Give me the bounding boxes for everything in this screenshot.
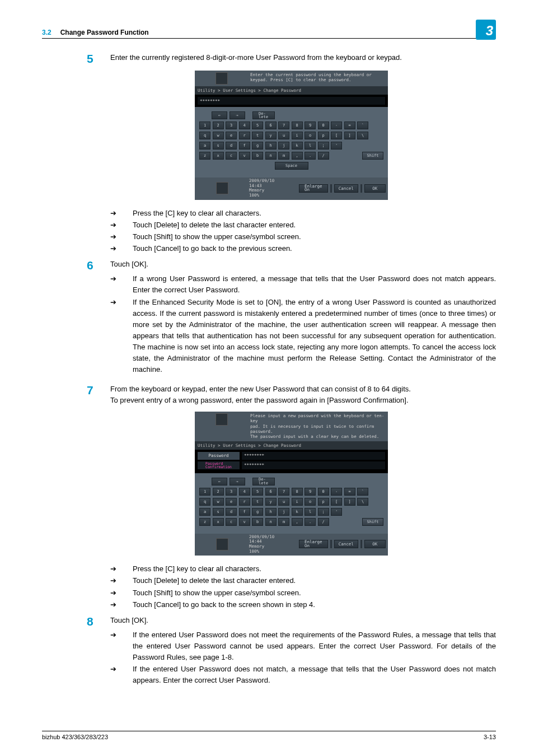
key-t[interactable]: t (252, 498, 263, 506)
key-w[interactable]: w (213, 132, 224, 139)
key-g[interactable]: g (252, 142, 263, 150)
key-[[interactable]: [ (331, 498, 342, 506)
key-6[interactable]: 6 (265, 488, 277, 496)
arrow-left-button[interactable]: ← (212, 478, 227, 486)
ok-button[interactable]: OK (364, 184, 386, 193)
key-/[interactable]: / (318, 152, 329, 160)
key--[interactable]: - (331, 122, 342, 129)
key-r[interactable]: r (239, 498, 250, 506)
key--[interactable]: - (331, 488, 342, 496)
arrow-right-button[interactable]: → (229, 478, 245, 486)
key-2[interactable]: 2 (213, 488, 224, 496)
delete-button[interactable]: De- lete (252, 111, 275, 119)
arrow-right-button[interactable]: → (229, 111, 245, 119)
key-1[interactable]: 1 (199, 488, 210, 496)
key-8[interactable]: 8 (292, 122, 303, 129)
key-z[interactable]: z (199, 152, 210, 160)
key-j[interactable]: j (278, 142, 289, 150)
key-3[interactable]: 3 (226, 122, 237, 129)
key-3[interactable]: 3 (226, 488, 237, 496)
ok-button[interactable]: OK (364, 540, 386, 548)
key-u[interactable]: u (278, 498, 289, 506)
key-y[interactable]: y (265, 498, 277, 506)
key-4[interactable]: 4 (239, 122, 250, 129)
key-,[interactable]: , (292, 518, 303, 526)
key-;[interactable]: ; (318, 142, 329, 150)
key-j[interactable]: j (278, 508, 289, 516)
key-5[interactable]: 5 (252, 122, 263, 129)
key-i[interactable]: i (292, 498, 303, 506)
key-f[interactable]: f (239, 142, 250, 150)
key-h[interactable]: h (265, 142, 277, 150)
screen1-password-field[interactable]: ******** (198, 97, 385, 105)
key-q[interactable]: q (199, 498, 210, 506)
key-'[interactable]: ' (331, 142, 342, 150)
key-v[interactable]: v (239, 152, 250, 160)
key-0[interactable]: 0 (318, 488, 329, 496)
key-a[interactable]: a (199, 508, 210, 516)
key-c[interactable]: c (226, 152, 237, 160)
key-x[interactable]: x (213, 518, 224, 526)
key-=[interactable]: = (344, 122, 355, 129)
key-s[interactable]: s (213, 142, 224, 150)
key-=[interactable]: = (344, 488, 355, 496)
key-9[interactable]: 9 (305, 488, 316, 496)
key-][interactable]: ] (344, 498, 355, 506)
key-;[interactable]: ; (318, 508, 329, 516)
key-n[interactable]: n (265, 152, 277, 160)
key-\[interactable]: \ (357, 498, 368, 506)
cancel-button[interactable]: Cancel (334, 540, 358, 548)
shift-button[interactable]: Shift (362, 152, 383, 160)
arrow-left-button[interactable]: ← (212, 111, 227, 119)
key-/[interactable]: / (318, 518, 329, 526)
cancel-button[interactable]: Cancel (334, 184, 358, 193)
space-button[interactable]: Space (275, 162, 308, 170)
key-0[interactable]: 0 (318, 122, 329, 129)
key-\[interactable]: \ (357, 132, 368, 139)
key-2[interactable]: 2 (213, 122, 224, 129)
key-u[interactable]: u (278, 132, 289, 139)
key-i[interactable]: i (292, 132, 303, 139)
key-m[interactable]: m (278, 518, 289, 526)
key-l[interactable]: l (305, 508, 316, 516)
key-w[interactable]: w (213, 498, 224, 506)
key-g[interactable]: g (252, 508, 263, 516)
key-8[interactable]: 8 (292, 488, 303, 496)
key-x[interactable]: x (213, 152, 224, 160)
enlarge-button[interactable]: Enlarge On (299, 184, 328, 193)
key-5[interactable]: 5 (252, 488, 263, 496)
key-k[interactable]: k (292, 508, 303, 516)
screen2-confirmation-field[interactable]: ******** (242, 461, 385, 469)
password-tab[interactable]: Password (198, 452, 240, 460)
key-l[interactable]: l (305, 142, 316, 150)
key-d[interactable]: d (226, 142, 237, 150)
key-y[interactable]: y (265, 132, 277, 139)
delete-button[interactable]: De- lete (252, 478, 275, 486)
key-`[interactable]: ` (357, 488, 368, 496)
shift-button[interactable]: Shift (362, 518, 383, 526)
enlarge-button[interactable]: Enlarge On (299, 540, 328, 548)
key-o[interactable]: o (305, 498, 316, 506)
key-9[interactable]: 9 (305, 122, 316, 129)
key-q[interactable]: q (199, 132, 210, 139)
key-4[interactable]: 4 (239, 488, 250, 496)
screen2-password-field[interactable]: ******** (242, 452, 385, 460)
key-m[interactable]: m (278, 152, 289, 160)
key-p[interactable]: p (318, 498, 329, 506)
key-p[interactable]: p (318, 132, 329, 139)
key-z[interactable]: z (199, 518, 210, 526)
key-k[interactable]: k (292, 142, 303, 150)
key-s[interactable]: s (213, 508, 224, 516)
key-h[interactable]: h (265, 508, 277, 516)
key-b[interactable]: b (252, 518, 263, 526)
key-[[interactable]: [ (331, 132, 342, 139)
key-a[interactable]: a (199, 142, 210, 150)
key-.[interactable]: . (305, 518, 316, 526)
key-d[interactable]: d (226, 508, 237, 516)
key-][interactable]: ] (344, 132, 355, 139)
key-n[interactable]: n (265, 518, 277, 526)
key-f[interactable]: f (239, 508, 250, 516)
key-`[interactable]: ` (357, 122, 368, 129)
key-c[interactable]: c (226, 518, 237, 526)
password-confirmation-tab[interactable]: Password Confirmation (198, 461, 240, 469)
